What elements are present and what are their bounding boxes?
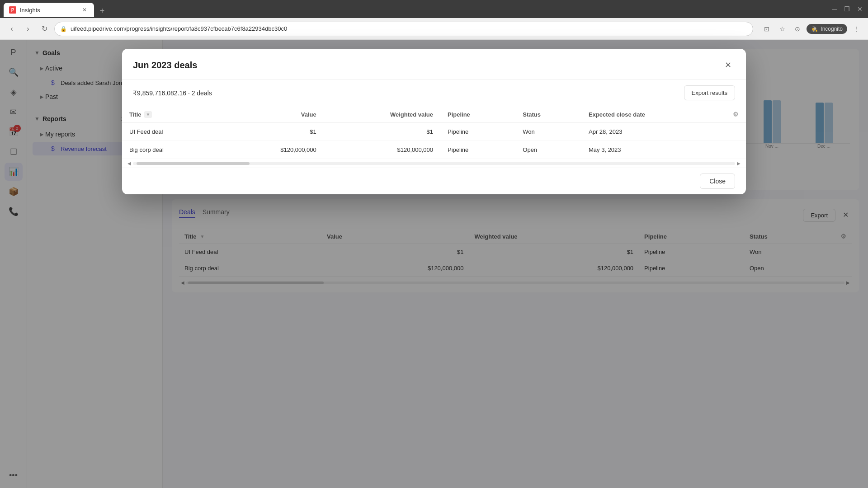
title-dropdown-icon[interactable]: ▼ [144, 111, 152, 118]
modal-cell-pipeline-1: Pipeline [440, 123, 515, 141]
modal-table-row: UI Feed deal $1 $1 Pipeline Won Apr 28, … [122, 123, 746, 141]
modal-cell-weighted-2: $120,000,000 [324, 141, 440, 159]
modal-cell-weighted-1: $1 [324, 123, 440, 141]
menu-button[interactable]: ⋮ [850, 23, 863, 35]
reload-button[interactable]: ↻ [38, 23, 51, 35]
modal-h-scrollbar: ◀ ▶ [122, 159, 746, 168]
modal-table-row: Big corp deal $120,000,000 $120,000,000 … [122, 141, 746, 159]
modal-col-pipeline[interactable]: Pipeline [440, 106, 515, 123]
profile-icon[interactable]: ⊙ [791, 23, 804, 35]
bookmark-icon[interactable]: ☆ [776, 23, 788, 35]
modal-table: Title ▼ Value Weighted value Pipeline St… [122, 106, 746, 159]
modal-summary-row: ₹9,859,716,082.16 · 2 deals Export resul… [122, 80, 746, 106]
export-results-button[interactable]: Export results [684, 85, 735, 100]
modal-cell-settings-2 [726, 141, 746, 159]
modal-col-weighted[interactable]: Weighted value [324, 106, 440, 123]
incognito-icon: 🕵 [811, 26, 818, 32]
tab-bar: P Insights ✕ + [4, 1, 108, 17]
tab-close-button[interactable]: ✕ [80, 6, 89, 14]
main-content: P 🔍 ◈ ✉ 📅 2 ☐ 📊 📦 📞 ••• ▼ Goals ••• [0, 40, 868, 488]
modal-table-container: Title ▼ Value Weighted value Pipeline St… [122, 106, 746, 159]
modal-dialog: Jun 2023 deals ✕ ₹9,859,716,082.16 · 2 d… [122, 49, 746, 194]
modal-cell-value-1: $1 [221, 123, 324, 141]
close-window-button[interactable]: ✕ [855, 4, 864, 14]
modal-scroll-left[interactable]: ◀ [126, 161, 133, 166]
modal-summary-text: ₹9,859,716,082.16 · 2 deals [133, 89, 212, 97]
forward-button[interactable]: › [22, 23, 34, 35]
title-bar: P Insights ✕ + ─ ❐ ✕ [0, 0, 868, 18]
back-button[interactable]: ‹ [5, 23, 18, 35]
active-tab[interactable]: P Insights ✕ [4, 3, 94, 17]
modal-col-value[interactable]: Value [221, 106, 324, 123]
modal-cell-title-1: UI Feed deal [122, 123, 221, 141]
browser-frame: P Insights ✕ + ─ ❐ ✕ ‹ › ↻ 🔒 uifeed.pipe… [0, 0, 868, 488]
url-text: uifeed.pipedrive.com/progress/insights/r… [71, 25, 287, 32]
modal-cell-status-2: Open [515, 141, 581, 159]
toolbar-icons: ⊡ ☆ ⊙ 🕵 Incognito ⋮ [760, 23, 863, 35]
modal-cell-close-2: May 3, 2023 [581, 141, 726, 159]
modal-col-status[interactable]: Status [515, 106, 581, 123]
modal-cell-settings-1 [726, 123, 746, 141]
restore-button[interactable]: ❐ [842, 4, 852, 14]
close-modal-button[interactable]: Close [700, 174, 735, 189]
tab-title: Insights [20, 7, 40, 14]
modal-scrollbar-thumb [137, 162, 250, 165]
modal-col-settings[interactable]: ⚙ [726, 106, 746, 123]
modal-overlay[interactable]: Jun 2023 deals ✕ ₹9,859,716,082.16 · 2 d… [0, 40, 868, 488]
url-bar[interactable]: 🔒 uifeed.pipedrive.com/progress/insights… [54, 22, 753, 36]
minimize-button[interactable]: ─ [830, 4, 839, 14]
incognito-label: Incognito [821, 26, 843, 32]
modal-cell-value-2: $120,000,000 [221, 141, 324, 159]
new-tab-button[interactable]: + [96, 5, 108, 17]
modal-col-title[interactable]: Title ▼ [122, 106, 221, 123]
tab-favicon: P [9, 6, 16, 14]
lock-icon: 🔒 [60, 26, 67, 32]
modal-header: Jun 2023 deals ✕ [122, 49, 746, 80]
address-bar: ‹ › ↻ 🔒 uifeed.pipedrive.com/progress/in… [0, 18, 868, 40]
window-controls: ─ ❐ ✕ [830, 4, 864, 14]
modal-cell-pipeline-2: Pipeline [440, 141, 515, 159]
modal-cell-status-1: Won [515, 123, 581, 141]
modal-cell-close-1: Apr 28, 2023 [581, 123, 726, 141]
modal-scroll-right[interactable]: ▶ [735, 161, 742, 166]
modal-footer: Close [122, 168, 746, 194]
modal-cell-title-2: Big corp deal [122, 141, 221, 159]
modal-col-expected-close[interactable]: Expected close date [581, 106, 726, 123]
modal-title: Jun 2023 deals [133, 60, 721, 70]
modal-close-button[interactable]: ✕ [721, 58, 735, 72]
cast-icon[interactable]: ⊡ [760, 23, 773, 35]
modal-scrollbar-track[interactable] [133, 162, 735, 165]
incognito-button[interactable]: 🕵 Incognito [807, 24, 847, 34]
